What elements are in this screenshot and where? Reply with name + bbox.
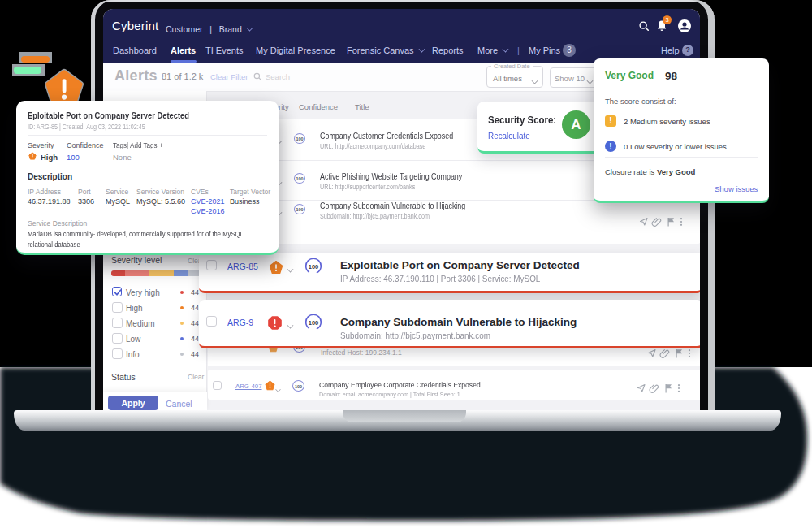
svg-text:100: 100 (309, 319, 319, 327)
svg-text:100: 100 (309, 263, 319, 270)
